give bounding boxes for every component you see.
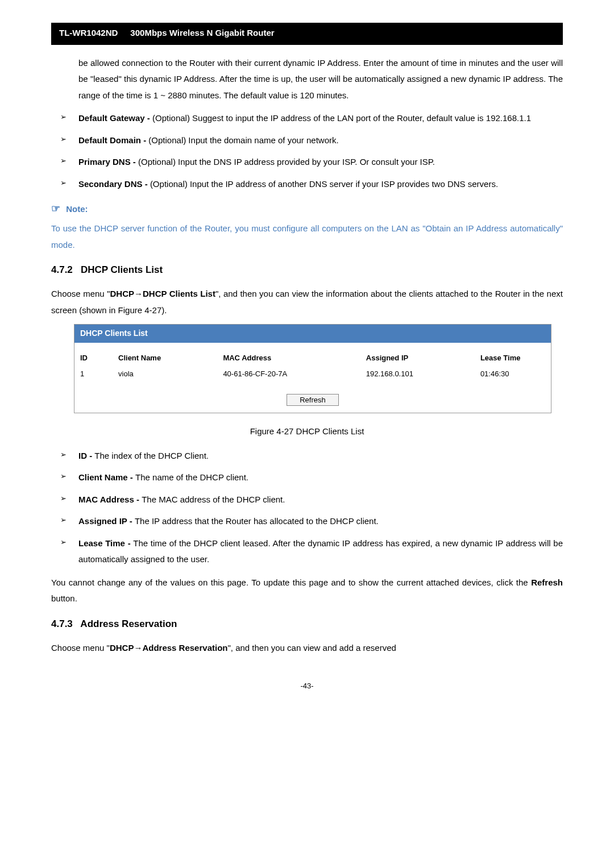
text: You cannot change any of the values on t… <box>51 578 531 587</box>
panel-title: DHCP Clients List <box>74 325 551 343</box>
page-number: -43- <box>51 679 563 693</box>
header-model: TL-WR1042ND <box>51 23 126 45</box>
options-list: Default Gateway - (Optional) Suggest to … <box>51 110 563 192</box>
option-text: (Optional) Input the DNS IP address prov… <box>138 157 435 167</box>
refresh-bold: Refresh <box>531 578 563 587</box>
menu-path-1: DHCP <box>110 643 134 653</box>
list-item: Primary DNS - (Optional) Input the DNS I… <box>51 154 563 171</box>
option-text: (Optional) Input the IP address of anoth… <box>150 179 498 189</box>
option-label: Primary DNS - <box>78 157 138 167</box>
option-text: (Optional) Suggest to input the IP addre… <box>152 113 531 123</box>
note-text: To use the DHCP server function of the R… <box>51 221 563 253</box>
menu-path-2: Address Reservation <box>142 643 227 653</box>
text: button. <box>51 593 77 603</box>
field-label: Lease Time - <box>78 538 133 548</box>
arrow-icon: → <box>134 289 143 298</box>
section-number: 4.7.3 <box>51 618 73 629</box>
list-item: Lease Time - The time of the DHCP client… <box>51 535 563 568</box>
col-lease-time: Lease Time <box>475 350 551 367</box>
dhcp-clients-panel: DHCP Clients List ID Client Name MAC Add… <box>74 324 551 413</box>
field-text: The IP address that the Router has alloc… <box>135 516 379 526</box>
col-mac: MAC Address <box>217 350 360 367</box>
col-assigned-ip: Assigned IP <box>360 350 475 367</box>
note-header: ☞ Note: <box>51 199 563 218</box>
list-item: Assigned IP - The IP address that the Ro… <box>51 513 563 530</box>
intro-paragraph: be allowed connection to the Router with… <box>78 55 563 104</box>
doc-header: TL-WR1042ND 300Mbps Wireless N Gigabit R… <box>51 23 563 45</box>
field-text: The MAC address of the DHCP client. <box>142 495 285 504</box>
header-desc: 300Mbps Wireless N Gigabit Router <box>126 23 563 45</box>
field-label: ID - <box>78 451 94 460</box>
section-473-paragraph: Choose menu "DHCP→Address Reservation", … <box>51 640 563 657</box>
section-title: DHCP Clients List <box>81 264 163 275</box>
col-id: ID <box>74 350 113 367</box>
note-label: Note: <box>66 204 88 214</box>
field-text: The name of the DHCP client. <box>135 472 248 482</box>
table-header-row: ID Client Name MAC Address Assigned IP L… <box>74 350 551 367</box>
field-text: The time of the DHCP client leased. Afte… <box>78 538 563 564</box>
cell-assigned-ip: 192.168.0.101 <box>360 367 475 381</box>
text: Choose menu " <box>51 289 110 298</box>
col-client-name: Client Name <box>113 350 217 367</box>
cell-client-name: viola <box>113 367 217 381</box>
refresh-button[interactable]: Refresh <box>287 394 339 406</box>
refresh-paragraph: You cannot change any of the values on t… <box>51 575 563 607</box>
text: Choose menu " <box>51 643 110 653</box>
list-item: Default Gateway - (Optional) Suggest to … <box>51 110 563 127</box>
dhcp-clients-table: ID Client Name MAC Address Assigned IP L… <box>74 350 551 381</box>
arrow-icon: → <box>134 643 142 653</box>
option-label: Default Gateway - <box>78 113 152 123</box>
list-item: MAC Address - The MAC address of the DHC… <box>51 492 563 508</box>
list-item: Secondary DNS - (Optional) Input the IP … <box>51 176 563 193</box>
hand-point-icon: ☞ <box>51 203 60 214</box>
cell-id: 1 <box>74 367 113 381</box>
option-label: Default Domain - <box>78 135 148 145</box>
clients-fields-list: ID - The index of the DHCP Client. Clien… <box>51 448 563 568</box>
field-label: MAC Address - <box>78 495 142 504</box>
list-item: Client Name - The name of the DHCP clien… <box>51 470 563 486</box>
table-row: 1 viola 40-61-86-CF-20-7A 192.168.0.101 … <box>74 367 551 381</box>
section-number: 4.7.2 <box>51 264 73 275</box>
section-472-paragraph: Choose menu "DHCP→DHCP Clients List", an… <box>51 286 563 318</box>
refresh-row: Refresh <box>74 381 551 413</box>
list-item: ID - The index of the DHCP Client. <box>51 448 563 464</box>
field-text: The index of the DHCP Client. <box>94 451 209 460</box>
section-title: Address Reservation <box>80 618 177 629</box>
option-label: Secondary DNS - <box>78 179 150 189</box>
option-text: (Optional) Input the domain name of your… <box>148 135 338 145</box>
list-item: Default Domain - (Optional) Input the do… <box>51 132 563 149</box>
cell-lease-time: 01:46:30 <box>475 367 551 381</box>
section-heading-473: 4.7.3 Address Reservation <box>51 615 563 633</box>
section-heading-472: 4.7.2 DHCP Clients List <box>51 261 563 279</box>
cell-mac: 40-61-86-CF-20-7A <box>217 367 360 381</box>
field-label: Client Name - <box>78 472 135 482</box>
field-label: Assigned IP - <box>78 516 135 526</box>
text: ", and then you can view and add a reser… <box>227 643 396 653</box>
figure-caption: Figure 4-27 DHCP Clients List <box>51 423 563 440</box>
menu-path-1: DHCP <box>110 289 135 298</box>
menu-path-2: DHCP Clients List <box>143 289 215 298</box>
